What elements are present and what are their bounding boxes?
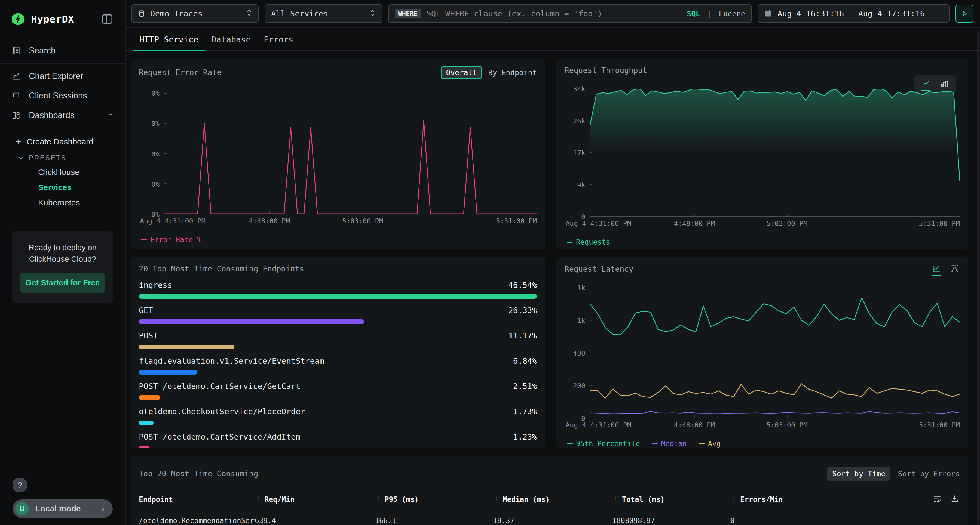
drag-handle-icon[interactable]: ⋮ bbox=[375, 495, 382, 503]
y-axis-labels: 1k 1k 400 200 0 bbox=[565, 288, 590, 419]
overall-toggle-button[interactable]: Overall bbox=[441, 66, 482, 79]
throughput-chart[interactable] bbox=[590, 89, 960, 217]
calendar-icon bbox=[764, 10, 772, 17]
endpoint-bar bbox=[139, 319, 364, 324]
sidebar-divider bbox=[0, 128, 125, 128]
endpoint-bar bbox=[139, 395, 160, 400]
error-rate-chart[interactable] bbox=[164, 93, 537, 214]
get-started-button[interactable]: Get Started for Free bbox=[20, 273, 105, 293]
tab-bar: HTTP Service Database Errors bbox=[126, 28, 980, 51]
sidebar-item-label: Search bbox=[29, 46, 56, 56]
create-dashboard-button[interactable]: + Create Dashboard bbox=[0, 131, 125, 150]
source-select[interactable]: Demo Traces bbox=[131, 4, 259, 23]
time-range-picker[interactable]: Aug 4 16:31:16 - Aug 4 17:31:16 bbox=[758, 4, 950, 23]
create-dashboard-label: Create Dashboard bbox=[27, 137, 93, 146]
play-icon bbox=[961, 10, 968, 17]
endpoint-row[interactable]: ingress46.54% bbox=[139, 281, 537, 299]
sidebar-item-services[interactable]: Services bbox=[0, 180, 125, 195]
endpoint-bar bbox=[139, 370, 197, 374]
x-axis-labels: Aug 4 4:31:00 PM 4:48:00 PM 5:03:00 PM 5… bbox=[164, 217, 537, 230]
drag-handle-icon[interactable]: ⋮ bbox=[612, 495, 619, 503]
app-root: HyperDX Search Chart Explorer bbox=[0, 0, 980, 525]
chevron-up-icon bbox=[107, 111, 115, 120]
scrollbar[interactable] bbox=[977, 30, 980, 525]
lucene-mode-button[interactable]: Lucene bbox=[719, 10, 745, 18]
presets-toggle[interactable]: PRESETS bbox=[0, 150, 125, 165]
hyperdx-logo-icon bbox=[11, 12, 25, 26]
x-axis-labels: Aug 4 4:31:00 PM 4:48:00 PM 5:03:00 PM 5… bbox=[590, 421, 960, 434]
line-chart-icon[interactable] bbox=[921, 79, 931, 89]
brand-title: HyperDX bbox=[31, 14, 100, 25]
endpoint-bar bbox=[139, 345, 234, 349]
bar-chart-icon[interactable] bbox=[939, 79, 950, 89]
main-area: Demo Traces All Services WHERE SQL WHERE… bbox=[126, 0, 980, 525]
plus-icon: + bbox=[16, 138, 21, 145]
endpoint-row[interactable]: flagd.evaluation.v1.Service/EventStream6… bbox=[139, 356, 537, 374]
search-doc-icon bbox=[11, 46, 21, 55]
sidebar-item-kubernetes[interactable]: Kubernetes bbox=[0, 195, 125, 210]
sidebar-item-clickhouse[interactable]: ClickHouse bbox=[0, 165, 125, 180]
sidebar-item-client-sessions[interactable]: Client Sessions bbox=[0, 86, 125, 106]
dashboards-grid-icon bbox=[11, 111, 21, 120]
sidebar-item-chart-explorer[interactable]: Chart Explorer bbox=[0, 67, 125, 86]
dashboard-grid: Request Error Rate Overall By Endpoint 0… bbox=[126, 51, 980, 525]
legend-label: 95th Percentile bbox=[576, 439, 640, 448]
legend-label: Error Rate % bbox=[150, 236, 202, 244]
legend: Error Rate % bbox=[139, 236, 537, 244]
endpoint-row[interactable]: POST /oteldemo.CartService/GetCart2.51% bbox=[139, 382, 537, 400]
line-chart-icon[interactable] bbox=[931, 265, 941, 274]
panel-title: Request Throughput bbox=[565, 66, 647, 75]
sidebar-collapse-icon[interactable] bbox=[100, 13, 115, 25]
user-avatar: U bbox=[15, 502, 29, 515]
source-select-value: Demo Traces bbox=[150, 9, 202, 18]
language-divider: | bbox=[707, 10, 711, 18]
endpoint-row[interactable]: GET26.33% bbox=[139, 306, 537, 324]
column-errors-min: ⋮Errors/Min bbox=[730, 495, 960, 503]
panel-title: Request Error Rate bbox=[139, 68, 221, 77]
legend-label: Requests bbox=[576, 238, 610, 246]
select-chevrons-icon bbox=[370, 9, 375, 19]
service-select-value: All Services bbox=[271, 9, 328, 18]
wrap-lines-icon[interactable] bbox=[932, 494, 942, 503]
tab-http-service[interactable]: HTTP Service bbox=[133, 28, 205, 50]
sort-by-errors-button[interactable]: Sort by Errors bbox=[898, 469, 960, 478]
sidebar-item-label: Chart Explorer bbox=[29, 71, 83, 81]
help-button[interactable]: ? bbox=[13, 477, 27, 492]
drag-handle-icon[interactable]: ⋮ bbox=[493, 495, 500, 503]
logo-row: HyperDX bbox=[0, 0, 125, 26]
column-p95: ⋮P95 (ms) bbox=[375, 495, 493, 503]
sidebar-footer: ? U Local mode › bbox=[13, 477, 113, 518]
latency-chart[interactable] bbox=[590, 288, 960, 419]
panel-title: Request Latency bbox=[565, 265, 633, 274]
legend-label: Median bbox=[661, 439, 687, 448]
endpoint-row[interactable]: oteldemo.CheckoutService/PlaceOrder1.73% bbox=[139, 407, 537, 425]
drag-handle-icon[interactable]: ⋮ bbox=[730, 495, 737, 503]
drag-handle-icon[interactable]: ⋮ bbox=[255, 495, 262, 503]
local-mode-label: Local mode bbox=[35, 504, 94, 513]
sidebar-divider bbox=[0, 63, 125, 63]
sort-by-time-button[interactable]: Sort by Time bbox=[827, 467, 890, 481]
local-mode-button[interactable]: U Local mode › bbox=[13, 500, 113, 518]
service-select[interactable]: All Services bbox=[265, 4, 382, 23]
database-icon bbox=[138, 10, 145, 17]
sidebar-item-search[interactable]: Search bbox=[0, 41, 125, 60]
table-row[interactable]: /oteldemo.RecommendationServ 639.4 166.1… bbox=[139, 517, 960, 525]
endpoint-row[interactable]: POST /oteldemo.CartService/AddItem1.23% bbox=[139, 432, 537, 448]
sql-mode-button[interactable]: SQL bbox=[687, 10, 700, 18]
download-icon[interactable] bbox=[950, 494, 960, 503]
sidebar-item-label: Dashboards bbox=[29, 111, 74, 120]
promo-line1: Ready to deploy on bbox=[20, 242, 105, 253]
tab-errors[interactable]: Errors bbox=[257, 28, 300, 50]
time-range-value: Aug 4 16:31:16 - Aug 4 17:31:16 bbox=[778, 9, 925, 18]
legend-label: Avg bbox=[708, 439, 721, 448]
by-endpoint-toggle-button[interactable]: By Endpoint bbox=[488, 68, 537, 77]
panel-title: 20 Top Most Time Consuming Endpoints bbox=[139, 265, 304, 273]
tab-database[interactable]: Database bbox=[205, 28, 258, 50]
run-query-button[interactable] bbox=[956, 5, 974, 22]
search-input[interactable]: WHERE SQL WHERE clause (ex. column = 'fo… bbox=[388, 4, 752, 23]
endpoint-row[interactable]: POST11.17% bbox=[139, 331, 537, 349]
sidebar-item-dashboards[interactable]: Dashboards bbox=[0, 106, 125, 125]
legend: Requests bbox=[565, 238, 960, 246]
histogram-icon[interactable] bbox=[950, 265, 960, 274]
chevron-down-icon bbox=[18, 155, 24, 161]
